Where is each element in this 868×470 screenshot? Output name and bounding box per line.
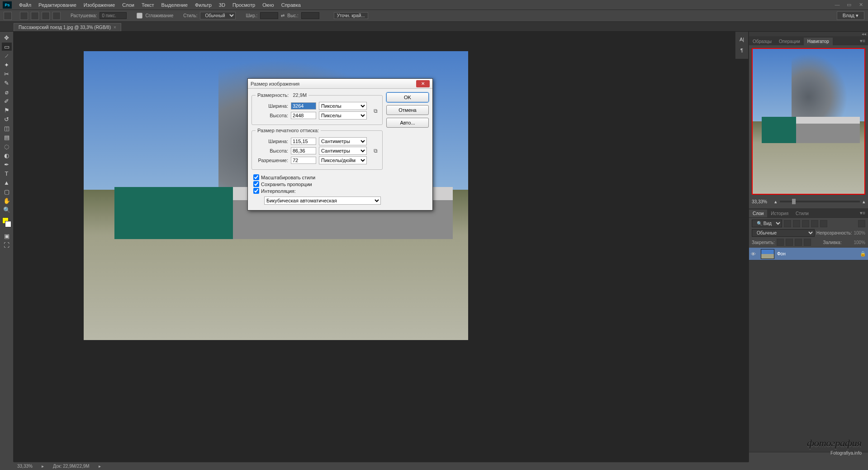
lock-transparent-icon[interactable] [777, 239, 784, 246]
paragraph-panel-icon[interactable]: ¶ [738, 46, 746, 54]
healing-tool-icon[interactable]: ⌀ [2, 88, 12, 96]
tab-navigator[interactable]: Навигатор [804, 38, 833, 45]
status-zoom[interactable]: 33,33% [17, 464, 33, 469]
filter-pixel-icon[interactable] [784, 220, 791, 227]
tab-styles[interactable]: Стили [792, 210, 812, 217]
doc-width-input[interactable] [291, 138, 316, 145]
screenmode-icon[interactable]: ⛶ [2, 241, 12, 249]
layer-row[interactable]: 👁 Фон 🔒 [749, 248, 868, 260]
ok-button[interactable]: OK [386, 92, 429, 102]
menu-window[interactable]: Окно [259, 1, 278, 9]
filter-type-icon[interactable] [802, 220, 809, 227]
workspace-switcher[interactable]: Влад ▾ [837, 11, 864, 20]
constrain-checkbox[interactable]: Сохранить пропорции [253, 181, 381, 187]
filter-shape-icon[interactable] [811, 220, 818, 227]
layer-name[interactable]: Фон [777, 251, 786, 256]
menu-type[interactable]: Текст [138, 1, 158, 9]
opacity-value[interactable]: 100% [854, 230, 865, 235]
zoom-in-icon[interactable]: ▴ [863, 199, 865, 205]
interpolation-select[interactable]: Бикубическая автоматическая [264, 197, 381, 205]
eyedropper-tool-icon[interactable]: ✎ [2, 79, 12, 87]
tab-swatches[interactable]: Образцы [749, 38, 775, 45]
width-input[interactable] [260, 12, 278, 19]
marquee-tool-icon[interactable]: ▭ [2, 43, 12, 51]
zoom-out-icon[interactable]: ▴ [774, 199, 777, 205]
layer-thumbnail[interactable] [761, 249, 774, 259]
doc-height-input[interactable] [291, 147, 316, 154]
px-height-input[interactable] [291, 112, 316, 119]
menu-3d[interactable]: 3D [215, 1, 229, 9]
cancel-button[interactable]: Отмена [386, 105, 429, 115]
menu-file[interactable]: Файл [15, 1, 35, 9]
navigator-thumbnail[interactable] [752, 48, 865, 195]
doc-height-unit[interactable]: Сантиметры [319, 147, 367, 155]
zoom-tool-icon[interactable]: 🔍 [2, 206, 12, 214]
scale-styles-checkbox[interactable]: Масштабировать стили [253, 174, 381, 180]
visibility-icon[interactable]: 👁 [751, 251, 758, 257]
resolution-input[interactable] [291, 157, 316, 164]
brush-tool-icon[interactable]: ✐ [2, 97, 12, 105]
lock-all-icon[interactable] [804, 239, 811, 246]
tab-layers[interactable]: Слои [749, 210, 767, 217]
filter-smart-icon[interactable] [820, 220, 827, 227]
history-brush-tool-icon[interactable]: ↺ [2, 115, 12, 123]
path-select-tool-icon[interactable]: ▲ [2, 178, 12, 187]
menu-image[interactable]: Изображение [80, 1, 119, 9]
blend-mode-select[interactable]: Обычные [752, 229, 815, 237]
hand-tool-icon[interactable]: ✋ [2, 197, 12, 205]
document-tab[interactable]: Пассажирский поезд 1.jpg @ 33,3% (RGB/8)… [14, 23, 121, 31]
lasso-tool-icon[interactable]: ⟋ [2, 52, 12, 60]
gradient-tool-icon[interactable]: ▤ [2, 133, 12, 141]
fill-value[interactable]: 100% [854, 240, 865, 245]
height-input[interactable] [301, 12, 319, 19]
blur-tool-icon[interactable]: ◌ [2, 142, 12, 150]
selection-subtract-icon[interactable] [42, 12, 50, 20]
menu-layer[interactable]: Слои [119, 1, 138, 9]
navigator-zoom-slider[interactable] [780, 201, 860, 202]
close-icon[interactable]: ✕ [856, 2, 865, 8]
px-width-unit[interactable]: Пикселы [319, 102, 367, 110]
tab-actions[interactable]: Операции [775, 38, 804, 45]
tab-close-icon[interactable]: × [114, 25, 116, 30]
menu-edit[interactable]: Редактирование [35, 1, 80, 9]
maximize-icon[interactable]: ▭ [844, 2, 854, 8]
status-arrow-icon[interactable]: ▸ [42, 464, 44, 469]
dodge-tool-icon[interactable]: ◐ [2, 151, 12, 159]
pen-tool-icon[interactable]: ✒ [2, 160, 12, 168]
swap-icon[interactable]: ⇄ [281, 13, 285, 18]
constrain-link-icon[interactable]: ⧉ [372, 108, 379, 114]
constrain-link-icon[interactable]: ⧉ [372, 148, 379, 154]
background-color[interactable] [5, 221, 11, 227]
tool-preset-icon[interactable] [4, 12, 12, 20]
lock-pixels-icon[interactable] [786, 239, 793, 246]
layer-filter-kind[interactable]: 🔍 Вид [752, 220, 782, 227]
auto-button[interactable]: Авто... [386, 118, 429, 128]
selection-add-icon[interactable] [31, 12, 39, 20]
character-panel-icon[interactable]: A| [738, 35, 746, 43]
move-tool-icon[interactable]: ✥ [2, 34, 12, 42]
status-arrow-icon[interactable]: ▸ [99, 464, 101, 469]
crop-tool-icon[interactable]: ✂ [2, 70, 12, 78]
resolution-unit[interactable]: Пикселы/дюйм [319, 156, 367, 164]
dialog-close-icon[interactable]: ✕ [416, 80, 430, 87]
stamp-tool-icon[interactable]: ⚑ [2, 106, 12, 114]
menu-view[interactable]: Просмотр [229, 1, 259, 9]
antialias-checkbox[interactable] [137, 13, 142, 19]
type-tool-icon[interactable]: T [2, 169, 12, 177]
dialog-titlebar[interactable]: Размер изображения ✕ [248, 79, 432, 89]
feather-input[interactable] [100, 12, 127, 19]
status-doc-info[interactable]: Док: 22,9M/22,9M [53, 464, 90, 469]
wand-tool-icon[interactable]: ✦ [2, 61, 12, 69]
px-height-unit[interactable]: Пикселы [319, 111, 367, 120]
selection-intersect-icon[interactable] [52, 12, 61, 20]
px-width-input[interactable] [291, 102, 316, 110]
resample-checkbox[interactable]: Интерполяция: [253, 188, 381, 194]
tab-history[interactable]: История [767, 210, 792, 217]
panel-collapse-bar[interactable]: ◂◂ [749, 32, 868, 36]
menu-select[interactable]: Выделение [158, 1, 191, 9]
refine-edge-button[interactable]: Уточн. край... [334, 12, 368, 19]
minimize-icon[interactable]: — [833, 2, 842, 8]
doc-width-unit[interactable]: Сантиметры [319, 137, 367, 145]
shape-tool-icon[interactable]: ▢ [2, 187, 12, 196]
menu-filter[interactable]: Фильтр [191, 1, 215, 9]
